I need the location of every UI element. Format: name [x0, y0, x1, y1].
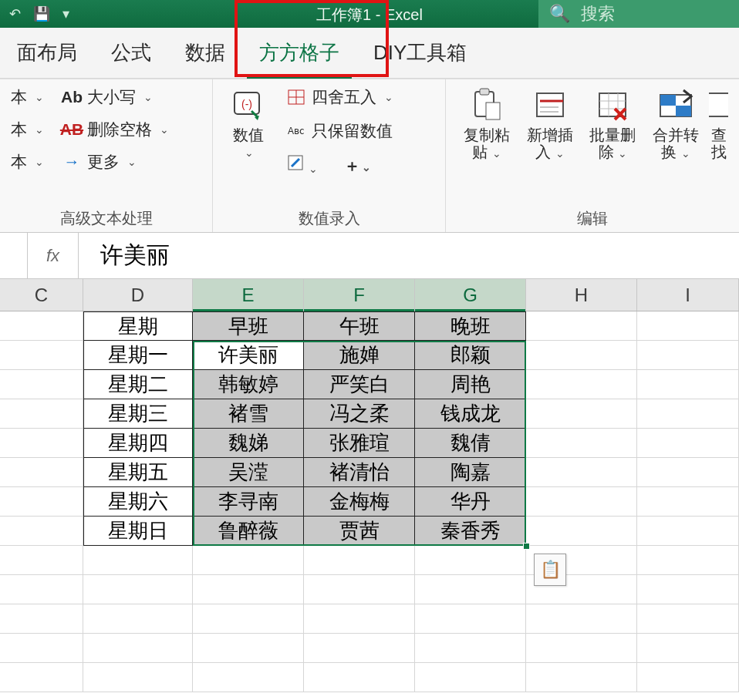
case-button[interactable]: Ab 大小写 ⌄: [62, 86, 169, 108]
cell[interactable]: 严笑白: [304, 370, 415, 399]
cell[interactable]: 早班: [193, 311, 304, 341]
cell[interactable]: [637, 487, 739, 517]
cell[interactable]: [83, 634, 193, 663]
round-button[interactable]: 四舍五入 ⌄: [287, 86, 393, 108]
col-header-I[interactable]: I: [637, 279, 739, 311]
cell[interactable]: 晚班: [415, 311, 526, 341]
cell[interactable]: 施婵: [304, 341, 415, 370]
cell[interactable]: [0, 546, 83, 575]
cell[interactable]: [637, 370, 739, 399]
cell[interactable]: [637, 399, 739, 429]
qat-more-icon[interactable]: ▾: [62, 5, 69, 22]
text-btn-2[interactable]: 本⌄: [11, 119, 44, 140]
cell[interactable]: [637, 458, 739, 487]
more-button[interactable]: → 更多 ⌄: [62, 151, 169, 173]
cell[interactable]: [526, 370, 637, 399]
cell[interactable]: 钱成龙: [415, 399, 526, 429]
tab-diy[interactable]: DIY工具箱: [356, 33, 484, 72]
value-button[interactable]: (-) 数值 ⌄: [224, 86, 273, 181]
cell[interactable]: 金梅梅: [304, 487, 415, 517]
insert-button[interactable]: 新增插入 ⌄: [520, 86, 580, 162]
cell[interactable]: 华丹: [415, 487, 526, 517]
col-header-F[interactable]: F: [304, 279, 415, 311]
cell[interactable]: [637, 311, 739, 341]
tab-formula[interactable]: 公式: [94, 33, 168, 72]
cell[interactable]: 魏倩: [415, 429, 526, 458]
col-header-C[interactable]: C: [0, 279, 83, 311]
cell[interactable]: 星期日: [83, 517, 193, 546]
cell[interactable]: 魏娣: [193, 429, 304, 458]
cell[interactable]: [193, 663, 304, 692]
cell[interactable]: 吴滢: [193, 458, 304, 487]
formula-input[interactable]: 许美丽: [79, 240, 739, 271]
cell[interactable]: [526, 458, 637, 487]
cell[interactable]: 冯之柔: [304, 399, 415, 429]
cell[interactable]: [193, 634, 304, 663]
cell[interactable]: 秦香秀: [415, 517, 526, 546]
cell[interactable]: [304, 604, 415, 634]
cell[interactable]: 韩敏婷: [193, 370, 304, 399]
cell[interactable]: 星期五: [83, 458, 193, 487]
cell[interactable]: [83, 575, 193, 604]
cell[interactable]: [637, 429, 739, 458]
fx-button[interactable]: fx: [28, 233, 79, 278]
cell[interactable]: [637, 663, 739, 692]
name-box[interactable]: [0, 233, 28, 278]
cell[interactable]: [526, 429, 637, 458]
cell[interactable]: [304, 546, 415, 575]
cell[interactable]: 星期四: [83, 429, 193, 458]
merge-button[interactable]: 合并转换 ⌄: [646, 86, 706, 162]
undo-icon[interactable]: ↶: [9, 5, 21, 22]
cell[interactable]: [193, 604, 304, 634]
keepnum-button[interactable]: Aʙᴄ 只保留数值: [287, 120, 393, 142]
cell[interactable]: [0, 487, 83, 517]
cell[interactable]: 星期六: [83, 487, 193, 517]
cell[interactable]: [526, 487, 637, 517]
cell[interactable]: 周艳: [415, 370, 526, 399]
cell[interactable]: [83, 546, 193, 575]
cell[interactable]: [0, 399, 83, 429]
cell[interactable]: [304, 663, 415, 692]
cell[interactable]: [0, 458, 83, 487]
search-box[interactable]: 🔍 搜索: [538, 0, 739, 28]
paste-options-button[interactable]: 📋: [534, 554, 566, 586]
cell[interactable]: 郎颖: [415, 341, 526, 370]
cell[interactable]: 陶嘉: [415, 458, 526, 487]
cell[interactable]: [526, 311, 637, 341]
cell[interactable]: [193, 575, 304, 604]
cell[interactable]: [0, 634, 83, 663]
cell[interactable]: 贾茜: [304, 517, 415, 546]
cell[interactable]: [83, 604, 193, 634]
col-header-H[interactable]: H: [526, 279, 637, 311]
cell[interactable]: [0, 370, 83, 399]
cell[interactable]: [83, 663, 193, 692]
find-button[interactable]: 查找: [709, 86, 728, 162]
cell[interactable]: [526, 634, 637, 663]
batch-delete-button[interactable]: 批量删除 ⌄: [583, 86, 643, 162]
cell[interactable]: [415, 663, 526, 692]
trim-button[interactable]: AB 删除空格 ⌄: [62, 119, 169, 140]
save-icon[interactable]: 💾: [33, 5, 50, 22]
cell[interactable]: 褚雪: [193, 399, 304, 429]
cell[interactable]: 星期二: [83, 370, 193, 399]
col-header-D[interactable]: D: [83, 279, 193, 311]
cell[interactable]: 星期一: [83, 341, 193, 370]
cell[interactable]: [526, 517, 637, 546]
cell-active[interactable]: 许美丽: [193, 341, 304, 370]
cell[interactable]: [637, 517, 739, 546]
cell[interactable]: [415, 634, 526, 663]
cell[interactable]: [637, 634, 739, 663]
cell[interactable]: [415, 604, 526, 634]
cell[interactable]: [415, 546, 526, 575]
cell[interactable]: [0, 341, 83, 370]
text-btn-1[interactable]: 本⌄: [11, 86, 44, 108]
cell[interactable]: 鲁醉薇: [193, 517, 304, 546]
copy-paste-button[interactable]: 复制粘贴 ⌄: [457, 86, 517, 162]
cell[interactable]: [0, 575, 83, 604]
cell[interactable]: [304, 634, 415, 663]
tab-data[interactable]: 数据: [168, 33, 242, 72]
spreadsheet-grid[interactable]: C D E F G H I 星期 早班 午班 晚班 星期一 许美丽 施婵 郎颖: [0, 279, 739, 700]
cell[interactable]: [0, 604, 83, 634]
edit-small-button[interactable]: ⌄: [287, 154, 318, 177]
cell[interactable]: [415, 575, 526, 604]
